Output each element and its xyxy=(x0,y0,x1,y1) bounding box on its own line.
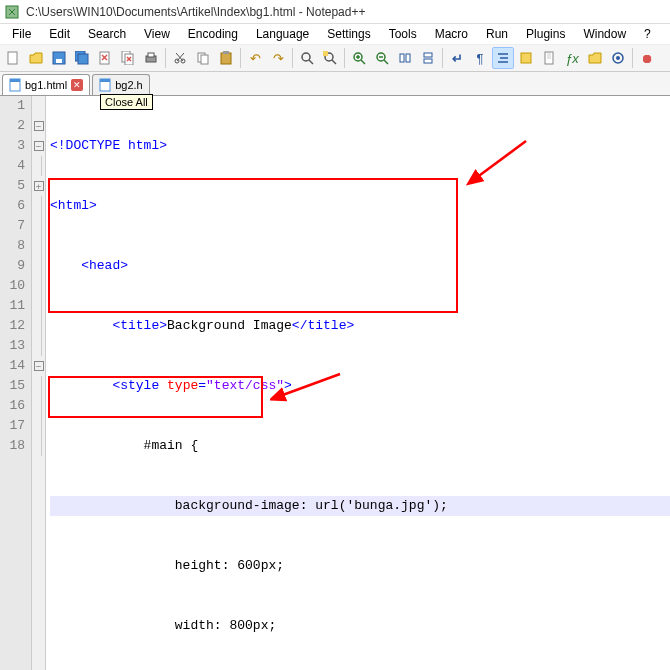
cut-button[interactable] xyxy=(169,47,191,69)
menu-file[interactable]: File xyxy=(4,25,39,43)
copy-button[interactable] xyxy=(192,47,214,69)
fold-line xyxy=(32,296,45,316)
zoom-out-button[interactable] xyxy=(371,47,393,69)
fold-line xyxy=(32,316,45,336)
toolbar-separator xyxy=(344,48,345,68)
toolbar-separator xyxy=(165,48,166,68)
tab-bg2[interactable]: bg2.h xyxy=(92,74,150,95)
fold-line xyxy=(32,416,45,436)
record-button[interactable]: ⏺ xyxy=(636,47,658,69)
fold-collapse-icon[interactable]: − xyxy=(32,116,45,136)
menu-macro[interactable]: Macro xyxy=(427,25,476,43)
save-button[interactable] xyxy=(48,47,70,69)
line-number: 7 xyxy=(0,216,25,236)
indent-guide-button[interactable] xyxy=(492,47,514,69)
close-tab-icon[interactable]: ✕ xyxy=(71,79,83,91)
open-file-button[interactable] xyxy=(25,47,47,69)
menu-search[interactable]: Search xyxy=(80,25,134,43)
print-button[interactable] xyxy=(140,47,162,69)
fold-collapse-icon[interactable]: − xyxy=(32,356,45,376)
menu-encoding[interactable]: Encoding xyxy=(180,25,246,43)
code-text: height: 600px; xyxy=(50,558,284,573)
fold-gutter: − − + − xyxy=(32,96,46,670)
svg-rect-14 xyxy=(201,55,208,64)
folder-button[interactable] xyxy=(584,47,606,69)
fold-line xyxy=(32,236,45,256)
tab-label: bg1.html xyxy=(25,79,67,91)
sync-h-button[interactable] xyxy=(417,47,439,69)
redo-button[interactable]: ↷ xyxy=(267,47,289,69)
show-chars-button[interactable]: ¶ xyxy=(469,47,491,69)
new-file-button[interactable] xyxy=(2,47,24,69)
svg-rect-1 xyxy=(8,52,17,64)
line-number: 6 xyxy=(0,196,25,216)
fold-line xyxy=(32,376,45,396)
line-number: 12 xyxy=(0,316,25,336)
menu-bar: File Edit Search View Encoding Language … xyxy=(0,24,670,44)
sync-v-button[interactable] xyxy=(394,47,416,69)
toolbar: ↶ ↷ ↵ ¶ ƒx ⏺ xyxy=(0,44,670,72)
code-editor[interactable]: <!DOCTYPE html> <html> <head> <title>Bac… xyxy=(46,96,670,670)
line-number-gutter: 1 2 3 4 5 6 7 8 9 10 11 12 13 14 15 16 1… xyxy=(0,96,32,670)
menu-edit[interactable]: Edit xyxy=(41,25,78,43)
tab-bg1[interactable]: bg1.html ✕ xyxy=(2,74,90,95)
editor-area[interactable]: 1 2 3 4 5 6 7 8 9 10 11 12 13 14 15 16 1… xyxy=(0,96,670,670)
doc-map-button[interactable] xyxy=(538,47,560,69)
line-number: 10 xyxy=(0,276,25,296)
menu-view[interactable]: View xyxy=(136,25,178,43)
line-number: 2 xyxy=(0,116,25,136)
menu-settings[interactable]: Settings xyxy=(319,25,378,43)
line-number: 11 xyxy=(0,296,25,316)
zoom-in-button[interactable] xyxy=(348,47,370,69)
line-number: 5 xyxy=(0,176,25,196)
close-all-button[interactable] xyxy=(117,47,139,69)
fold-line xyxy=(32,216,45,236)
svg-rect-26 xyxy=(521,53,531,63)
menu-language[interactable]: Language xyxy=(248,25,317,43)
tab-bar: bg1.html ✕ bg2.h Close All xyxy=(0,72,670,96)
word-wrap-button[interactable]: ↵ xyxy=(446,47,468,69)
fold-collapse-icon[interactable]: − xyxy=(32,136,45,156)
fold-line xyxy=(32,256,45,276)
save-all-button[interactable] xyxy=(71,47,93,69)
code-text: <head> xyxy=(50,258,128,273)
line-number: 1 xyxy=(0,96,25,116)
paste-button[interactable] xyxy=(215,47,237,69)
fold-expand-icon[interactable]: + xyxy=(32,176,45,196)
code-text: width: 800px; xyxy=(50,618,276,633)
menu-plugins[interactable]: Plugins xyxy=(518,25,573,43)
menu-help[interactable]: ? xyxy=(636,25,659,43)
code-text: Background Image xyxy=(167,318,292,333)
fold-line xyxy=(32,156,45,176)
toolbar-separator xyxy=(240,48,241,68)
menu-window[interactable]: Window xyxy=(575,25,634,43)
func-list-button[interactable]: ƒx xyxy=(561,47,583,69)
svg-rect-23 xyxy=(406,54,410,62)
svg-rect-10 xyxy=(148,53,154,57)
svg-rect-22 xyxy=(400,54,404,62)
line-number: 8 xyxy=(0,236,25,256)
code-text: <html> xyxy=(50,198,97,213)
close-button[interactable] xyxy=(94,47,116,69)
monitor-button[interactable] xyxy=(607,47,629,69)
file-icon xyxy=(99,78,111,92)
line-number: 18 xyxy=(0,436,25,456)
replace-button[interactable] xyxy=(319,47,341,69)
undo-button[interactable]: ↶ xyxy=(244,47,266,69)
svg-rect-3 xyxy=(56,59,62,63)
find-button[interactable] xyxy=(296,47,318,69)
file-icon xyxy=(9,78,21,92)
fold-line xyxy=(32,336,45,356)
user-lang-button[interactable] xyxy=(515,47,537,69)
line-number: 13 xyxy=(0,336,25,356)
code-text: <style xyxy=(50,378,167,393)
code-text: #main { xyxy=(50,438,198,453)
svg-rect-5 xyxy=(78,54,88,64)
svg-rect-31 xyxy=(10,79,20,82)
menu-run[interactable]: Run xyxy=(478,25,516,43)
app-icon xyxy=(4,4,20,20)
fold-line xyxy=(32,196,45,216)
menu-tools[interactable]: Tools xyxy=(381,25,425,43)
code-text: type xyxy=(167,378,198,393)
line-number: 14 xyxy=(0,356,25,376)
